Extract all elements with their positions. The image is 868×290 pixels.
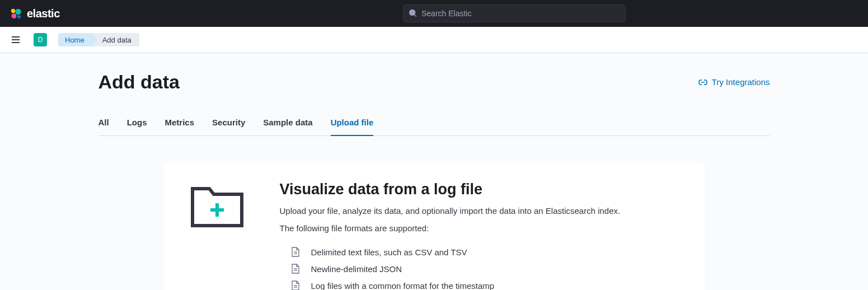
tabs: All Logs Metrics Security Sample data Up… (98, 111, 770, 136)
page-content: Add data Try Integrations All Logs Metri… (98, 53, 770, 290)
hamburger-icon (11, 35, 20, 44)
svg-point-0 (11, 9, 16, 13)
link-icon (698, 78, 707, 87)
card-subtext: The following file formats are supported… (280, 222, 687, 235)
svg-point-3 (17, 15, 21, 18)
breadcrumb-current: Add data (92, 33, 139, 46)
breadcrumb: Home Add data (58, 33, 139, 46)
sub-header: D Home Add data (0, 27, 868, 53)
file-icon (291, 280, 300, 290)
format-list: Delimited text files, such as CSV and TS… (280, 244, 687, 290)
search-placeholder: Search Elastic (421, 9, 471, 18)
tab-security[interactable]: Security (212, 111, 245, 136)
card-title: Visualize data from a log file (280, 181, 687, 198)
elastic-logo[interactable]: elastic (9, 7, 60, 20)
space-avatar[interactable]: D (34, 33, 47, 46)
file-icon (291, 264, 300, 274)
tab-logs[interactable]: Logs (127, 111, 147, 136)
format-item: Newline-delimited JSON (291, 260, 687, 277)
tab-all[interactable]: All (98, 111, 109, 136)
upload-card: Visualize data from a log file Upload yo… (163, 163, 705, 290)
page-title: Add data (98, 71, 180, 93)
breadcrumb-home[interactable]: Home (58, 33, 92, 46)
card-description: Upload your file, analyze its data, and … (280, 205, 687, 218)
svg-point-2 (12, 13, 17, 18)
svg-point-1 (15, 9, 21, 15)
page-header: Add data Try Integrations (98, 71, 770, 93)
file-icon (291, 247, 300, 257)
format-item: Delimited text files, such as CSV and TS… (291, 244, 687, 260)
tab-upload-file[interactable]: Upload file (331, 111, 374, 136)
try-integrations-label: Try Integrations (712, 77, 770, 87)
try-integrations-link[interactable]: Try Integrations (698, 77, 770, 87)
search-icon (409, 10, 417, 17)
format-item: Log files with a common format for the t… (291, 277, 687, 290)
global-header: elastic Search Elastic (0, 0, 868, 27)
tab-metrics[interactable]: Metrics (165, 111, 195, 136)
folder-add-icon (190, 183, 244, 228)
card-content: Visualize data from a log file Upload yo… (280, 181, 705, 290)
elastic-logo-icon (9, 7, 22, 20)
global-search-input[interactable]: Search Elastic (403, 4, 626, 22)
toggle-nav-button[interactable] (9, 33, 22, 46)
elastic-logo-text: elastic (27, 7, 60, 20)
tab-sample-data[interactable]: Sample data (263, 111, 312, 136)
